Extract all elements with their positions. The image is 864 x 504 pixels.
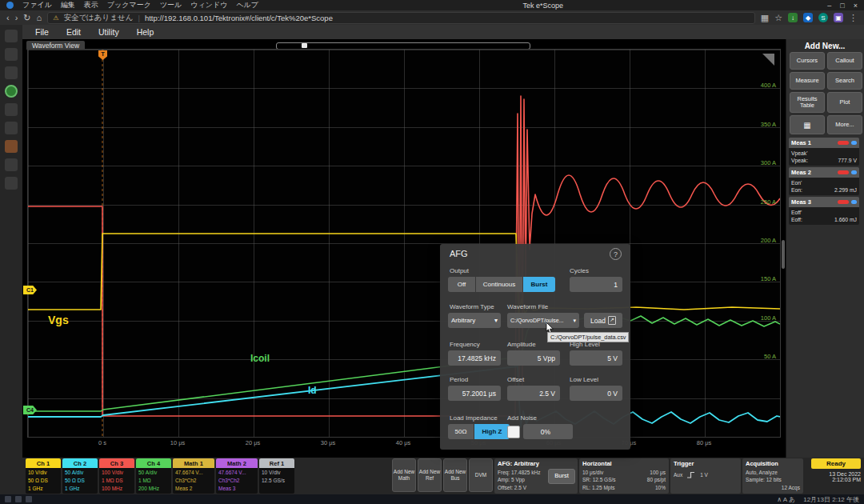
add-new-math-button[interactable]: Add New Math [392, 458, 416, 492]
apps-extension-icon[interactable]: ▣ [834, 13, 843, 22]
ch2-badge[interactable]: Ch 2 50 A/div 50 Ω DS 1 GHz [62, 458, 98, 494]
rail-icon-9[interactable] [5, 177, 18, 190]
rail-icon-1[interactable] [5, 30, 18, 42]
rail-icon-8[interactable] [5, 158, 18, 171]
impedance-50ohm-button[interactable]: 50Ω [448, 424, 474, 439]
ref1-badge[interactable]: Ref 1 10 V/div 12.5 GS/s [259, 458, 294, 494]
callout-button[interactable]: Callout [827, 52, 862, 70]
minimize-button[interactable]: – [827, 2, 831, 10]
ch3-badge[interactable]: Ch 3 100 V/div 1 MΩ DS 100 MHz [99, 458, 134, 494]
close-button[interactable]: × [854, 2, 858, 10]
high-level-field[interactable]: 5 V [570, 350, 622, 366]
download-icon[interactable]: ↓ [788, 13, 798, 22]
red-pill [838, 170, 849, 174]
cycles-field[interactable]: 1 [570, 277, 622, 292]
add-new-bus-button[interactable]: Add New Bus [443, 458, 467, 492]
meas-alias: Eon' [791, 179, 857, 186]
menu-bookmarks-jp[interactable]: ブックマーク [107, 0, 151, 10]
pan-marker[interactable] [302, 43, 307, 48]
offset-field[interactable]: 2.5 V [507, 386, 560, 401]
add-noise-field[interactable]: 0% [523, 424, 573, 439]
ready-status-badge: Ready [811, 458, 861, 469]
ch4-badge[interactable]: Ch 4 50 A/div 1 MΩ 200 MHz [136, 458, 171, 494]
meas-alias: Eoff' [791, 209, 857, 216]
math-source: Meas 3 [218, 485, 255, 493]
y-axis-label: 250 A [744, 198, 776, 206]
taskbar-clock[interactable]: 12月13日 2:12 午後 [803, 495, 859, 504]
system-tray-icons[interactable]: ∧ A あ [777, 495, 795, 504]
output-off-button[interactable]: Off [448, 277, 475, 292]
ch1-badge[interactable]: Ch 1 10 V/div 50 Ω DS 1 GHz [26, 458, 61, 494]
s-extension-icon[interactable]: S [818, 13, 828, 22]
overflow-menu-icon[interactable]: ⋮ [849, 14, 858, 22]
amplitude-field[interactable]: 5 Vpp [507, 350, 560, 366]
taskbar-icon-1[interactable] [5, 496, 11, 502]
horizontal-pan-bar[interactable] [276, 42, 530, 50]
waveform-type-dropdown[interactable]: Arbitrary ▾ [448, 313, 501, 328]
results-table-button[interactable]: Results Table [790, 92, 825, 113]
rail-icon-5[interactable] [5, 103, 18, 116]
rail-icon-2[interactable] [5, 48, 18, 61]
more-button[interactable]: More... [827, 115, 862, 134]
plot-button[interactable]: Plot [827, 92, 862, 113]
tiles-icon[interactable]: ▦ [761, 14, 769, 22]
back-icon[interactable]: ‹ [6, 14, 10, 22]
measurement-badge[interactable]: Meas 1 Vpeak' Vpeak: 777.9 V [789, 138, 859, 166]
menu-window-jp[interactable]: ウィンドウ [190, 0, 227, 10]
dvm-button[interactable]: DVM [469, 458, 493, 492]
rail-icon-7[interactable] [5, 140, 18, 153]
afg-burst-button[interactable]: Burst [548, 469, 575, 484]
low-level-field[interactable]: 0 V [570, 386, 622, 401]
act-on-event-icon-button[interactable]: ▦ [790, 115, 825, 134]
waveform-file-dropdown[interactable]: C:/QorvoDPT/pulse... ▾ [507, 313, 579, 328]
taskbar-icon-3[interactable] [26, 496, 32, 502]
measurement-badge[interactable]: Meas 3 Eoff' Eoff: 1.660 mJ [789, 197, 859, 225]
impedance-highz-button[interactable]: High Z [474, 424, 510, 439]
help-icon[interactable]: ? [610, 248, 622, 260]
frequency-field[interactable]: 17.4825 kHz [448, 350, 501, 366]
shield-extension-icon[interactable]: ◆ [803, 13, 813, 22]
menu-view-jp[interactable]: 表示 [84, 0, 98, 10]
output-continuous-button[interactable]: Continuous [476, 277, 522, 292]
vds-trace-ch3 [28, 96, 780, 416]
math1-badge[interactable]: Math 1 47.6674 V... Ch3*Ch2 Meas 2 [173, 458, 214, 494]
menu-help[interactable]: Help [137, 27, 154, 37]
add-new-ref-button[interactable]: Add New Ref [418, 458, 442, 492]
measurement-badge[interactable]: Meas 2 Eon' Eon: 2.299 mJ [789, 167, 859, 195]
reload-icon[interactable]: ↻ [23, 14, 30, 22]
acquisition-badge[interactable]: Acquisition Auto, Analyze Sample: 12 bit… [742, 458, 803, 494]
measure-button[interactable]: Measure [790, 72, 825, 90]
add-noise-checkbox[interactable] [507, 426, 520, 438]
menu-file-jp[interactable]: ファイル [22, 0, 52, 10]
afg-readout-badge[interactable]: AFG: Arbitrary Freq: 17.4825 kHz Amp: 5 … [494, 458, 578, 494]
menu-help-jp[interactable]: ヘルプ [236, 0, 258, 10]
ch-bandwidth: 200 MHz [138, 485, 169, 493]
home-icon[interactable]: ⌂ [37, 14, 42, 22]
period-field[interactable]: 57.2001 μs [448, 386, 501, 401]
zoom-corner-icon[interactable] [762, 54, 774, 66]
scope-app-icon[interactable] [5, 85, 18, 98]
load-button[interactable]: Load ↗ [584, 313, 622, 328]
add-noise-label: Add Noise [507, 414, 537, 422]
menu-file[interactable]: File [35, 27, 49, 37]
menu-utility[interactable]: Utility [98, 27, 119, 37]
forward-icon[interactable]: › [15, 14, 18, 22]
menu-edit[interactable]: Edit [66, 27, 81, 37]
rail-icon-3[interactable] [5, 66, 18, 79]
menu-edit-jp[interactable]: 編集 [61, 0, 75, 10]
horizontal-badge[interactable]: Horizontal 10 μs/div100 μs SR: 12.5 GS/s… [579, 458, 669, 494]
bookmark-star-icon[interactable]: ☆ [774, 14, 782, 22]
browser-app-icon[interactable] [6, 2, 14, 9]
cursors-button[interactable]: Cursors [790, 52, 825, 70]
vertical-scrollbar[interactable] [782, 240, 785, 269]
search-button[interactable]: Search [827, 72, 862, 90]
taskbar-icon-2[interactable] [15, 496, 22, 502]
graticule[interactable]: 400 A 350 A 300 A 250 A 200 A 150 A 100 … [28, 50, 780, 437]
maximize-button[interactable]: □ [840, 2, 844, 10]
menu-tools-jp[interactable]: ツール [160, 0, 182, 10]
address-bar[interactable]: ⚠ 安全ではありません | http://192.168.0.101/Tektr… [47, 12, 755, 24]
trigger-badge[interactable]: Trigger Aux 1 V [670, 458, 741, 494]
rail-icon-6[interactable] [5, 122, 18, 134]
output-burst-button[interactable]: Burst [523, 277, 555, 292]
math2-badge[interactable]: Math 2 47.6674 V... Ch3*Ch2 Meas 3 [216, 458, 258, 494]
